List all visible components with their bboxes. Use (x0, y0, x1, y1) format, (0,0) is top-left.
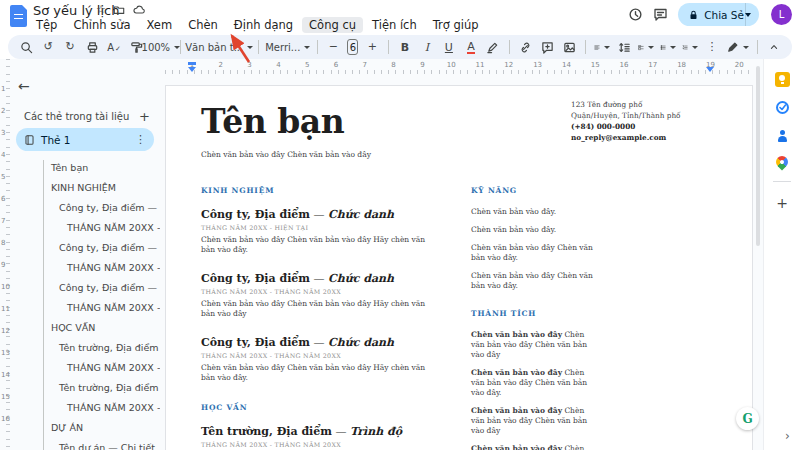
achievement-item: Chèn văn bản vào đây Chèn văn bản vào đâ… (471, 444, 593, 450)
outline-item[interactable]: Tên dự án — Chi tiết (16, 438, 160, 450)
achievement-item: Chèn văn bản vào đây Chèn văn bản vào đâ… (471, 406, 593, 436)
account-avatar[interactable]: L (771, 4, 792, 25)
experience-heading: KINH NGHIỆM (201, 186, 429, 195)
version-history-icon[interactable] (628, 7, 643, 22)
ruler-number: 17 (648, 61, 657, 69)
add-tab-button[interactable]: + (135, 109, 154, 124)
get-addons-button[interactable]: + (776, 195, 788, 211)
contact-address2: Quận/Huyện, Tỉnh/Thành phố (571, 110, 731, 121)
decrease-font-size-icon[interactable]: − (325, 38, 341, 56)
tab-item-selected[interactable]: Thẻ 1 ⋮ (16, 128, 154, 151)
tab-icon (24, 134, 35, 146)
outline-item[interactable]: Tên bạn (16, 158, 160, 178)
outline-item[interactable]: Công ty, Địa điểm — C... (16, 238, 160, 258)
underline-button[interactable]: U (441, 38, 457, 56)
menu-item[interactable]: Định dạng (227, 17, 300, 33)
left-indent-marker[interactable] (188, 67, 196, 72)
insert-image-icon[interactable] (561, 38, 577, 56)
ruler-number: 11 (1, 305, 10, 313)
bold-button[interactable]: B (397, 38, 413, 56)
menu-item[interactable]: Công cụ (302, 17, 363, 33)
outline-item[interactable]: Tên trường, Địa điểm —... (16, 378, 160, 398)
italic-button[interactable]: I (419, 38, 435, 56)
comments-icon[interactable] (653, 7, 668, 22)
font-size-input[interactable]: 6 (347, 39, 358, 55)
undo-icon[interactable]: ↺ (40, 38, 56, 56)
google-docs-logo-icon[interactable] (10, 5, 27, 27)
menu-item[interactable]: Tệp (29, 17, 64, 33)
skills-heading: KỸ NĂNG (471, 186, 593, 195)
achievements-heading: THÀNH TÍCH (471, 309, 593, 318)
insert-link-icon[interactable] (517, 38, 533, 56)
text-color-button[interactable]: A (467, 41, 475, 54)
bulleted-list-select[interactable] (660, 38, 676, 56)
hide-panel-chevron-icon[interactable]: › (785, 429, 790, 443)
print-icon[interactable] (84, 38, 100, 56)
ruler-number: 4 (1, 151, 5, 159)
more-options-icon[interactable]: ⋮ (704, 38, 720, 56)
close-sidebar-icon[interactable]: ← (18, 78, 30, 94)
first-line-indent-marker[interactable] (188, 62, 196, 65)
outline-item[interactable]: THÁNG NĂM 20XX - ... (16, 398, 160, 418)
outline-item[interactable]: THÁNG NĂM 20XX - ... (16, 298, 160, 318)
move-folder-icon[interactable] (113, 4, 125, 16)
editing-mode-select[interactable] (726, 38, 749, 56)
ruler-number: 9 (1, 261, 5, 269)
document-scrollbar[interactable] (756, 66, 760, 246)
share-dropdown-caret[interactable] (745, 13, 751, 17)
star-icon[interactable]: ☆ (96, 4, 106, 16)
top-bar: Sơ yếu lý lịch ☆ Tệp Chỉnh sửa Xem Chèn … (0, 0, 800, 33)
outline-item[interactable]: KINH NGHIỆM (16, 178, 160, 198)
vertical-ruler: 12345678910111213141516 (0, 59, 10, 450)
google-contacts-icon[interactable] (775, 128, 790, 143)
outline-item[interactable]: Công ty, Địa điểm — C... (16, 278, 160, 298)
outline-item[interactable]: Tên trường, Địa điểm —... (16, 338, 160, 358)
ruler-number: 14 (562, 61, 571, 69)
search-menus-icon[interactable] (18, 38, 34, 56)
panel-divider (773, 181, 791, 182)
share-button[interactable]: Chia Sẻ (678, 3, 759, 26)
spellcheck-icon[interactable]: A✓ (106, 38, 122, 56)
skill-item: Chèn văn bản vào đây. (471, 207, 593, 217)
cloud-saved-icon[interactable] (132, 4, 145, 16)
outline-item[interactable]: Công ty, Địa điểm — C... (16, 198, 160, 218)
ruler-number: 5 (1, 173, 5, 181)
ruler-number: 11 (476, 61, 485, 69)
highlight-color-icon[interactable] (485, 38, 501, 56)
tabs-sidebar: ← Các thẻ trong tài liệu + Thẻ 1 ⋮ Tên b… (10, 62, 160, 450)
ruler-number: 10 (1, 283, 10, 291)
google-maps-icon[interactable] (774, 154, 791, 171)
menu-item[interactable]: Xem (139, 17, 179, 33)
menu-item[interactable]: Tiện ích (365, 17, 424, 33)
outline-item[interactable]: DỰ ÁN (16, 418, 160, 438)
zoom-select[interactable]: 100% (150, 38, 172, 56)
resume-tagline: Chèn văn bản vào đây Chèn văn bản vào đâ… (201, 150, 371, 159)
hide-menus-icon[interactable] (766, 38, 782, 56)
menu-item[interactable]: Chỉnh sửa (66, 17, 137, 33)
increase-font-size-icon[interactable]: + (364, 38, 380, 56)
document-page[interactable]: Tên bạn Chèn văn bản vào đây Chèn văn bả… (165, 85, 753, 450)
ruler-number: 15 (1, 393, 10, 401)
right-indent-marker[interactable] (706, 67, 714, 72)
paragraph-style-select[interactable]: Văn bản t... (188, 38, 250, 56)
google-keep-icon[interactable] (775, 72, 790, 87)
skill-item: Chèn văn bản vào đây Chèn văn bản vào đâ… (471, 271, 593, 291)
add-comment-icon[interactable] (539, 38, 555, 56)
redo-icon[interactable]: ↻ (62, 38, 78, 56)
ruler-number: 4 (276, 61, 280, 69)
align-select[interactable] (594, 38, 610, 56)
tab-more-options-icon[interactable]: ⋮ (135, 133, 146, 146)
menu-item[interactable]: Trợ giúp (426, 17, 486, 33)
line-spacing-icon[interactable] (616, 38, 632, 56)
google-tasks-icon[interactable] (775, 100, 790, 115)
checklist-select[interactable] (638, 38, 654, 56)
outline-item[interactable]: THÁNG NĂM 20XX - ... (16, 258, 160, 278)
numbered-list-select[interactable] (682, 38, 698, 56)
menu-item[interactable]: Chèn (181, 17, 225, 33)
horizontal-ruler: 1234567891011121314151617181920 (165, 60, 755, 74)
outline-item[interactable]: THÁNG NĂM 20XX - ... (16, 218, 160, 238)
grammarly-icon[interactable]: G (736, 407, 759, 430)
outline-item[interactable]: HỌC VẤN (16, 318, 160, 338)
font-select[interactable]: Merri... (267, 38, 309, 56)
outline-item[interactable]: THÁNG NĂM 20XX - ... (16, 358, 160, 378)
